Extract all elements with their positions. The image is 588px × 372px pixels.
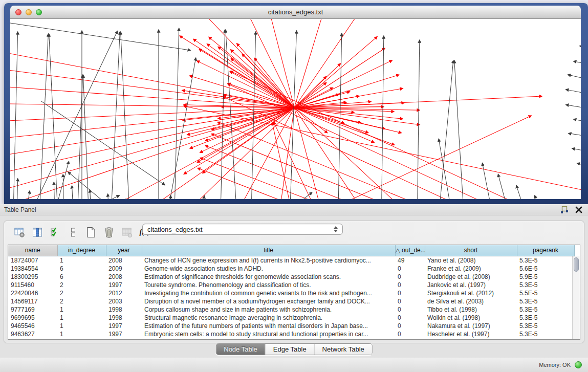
delete-table-icon[interactable] [121,226,133,238]
graph-edge[interactable] [211,134,461,199]
graph-edge[interactable] [516,185,532,199]
graph-edge[interactable] [577,163,581,169]
graph-edge[interactable] [231,50,294,108]
window-title: citations_edges.txt [10,8,581,16]
row-checkboxes-icon[interactable] [67,226,79,238]
graph-edge[interactable] [294,37,377,108]
table-row[interactable]: 1456911722003Disruption of a novel membe… [8,297,574,305]
graph-edge[interactable] [566,105,581,111]
graph-edge[interactable] [83,75,90,199]
graph-edge[interactable] [574,119,581,124]
tab-node-table[interactable]: Node Table [216,344,266,355]
column-header-in_degree[interactable]: in_degree [57,245,106,256]
graph-edge[interactable] [10,107,294,175]
graph-edge[interactable] [54,182,55,199]
graph-edge[interactable] [272,122,297,199]
table-row[interactable]: 2242004622012Investigating the contribut… [8,289,574,297]
graph-edge[interactable] [498,174,514,199]
graph-edge[interactable] [230,71,581,199]
column-header-pagerank[interactable]: pagerank [517,245,574,256]
graph-edge[interactable] [10,103,294,107]
table-row[interactable]: 911546021997Tourette syndrome. Phenomeno… [8,281,574,289]
zoom-window-icon[interactable] [36,9,42,15]
table-row[interactable]: 946362711997Embryonic stem cells: a mode… [8,330,574,338]
graph-edge[interactable] [251,32,256,199]
window-titlebar[interactable]: citations_edges.txt [10,6,581,19]
graph-edge[interactable] [294,82,326,107]
new-file-icon[interactable] [85,226,97,238]
column-header-short[interactable]: short [425,245,517,256]
graph-edge[interactable] [13,32,18,199]
graph-edge[interactable] [572,148,581,154]
graph-edge[interactable] [417,40,420,199]
column-header-title[interactable]: title [142,245,395,256]
graph-edge[interactable] [294,107,328,199]
graph-edge[interactable] [237,43,294,108]
graph-edge[interactable] [197,61,294,108]
minimize-window-icon[interactable] [26,9,32,15]
table-panel-title: Table Panel [0,206,36,213]
graph-edge[interactable] [535,195,550,199]
column-header-year[interactable]: year [106,245,142,256]
table-row[interactable]: 969969511998Structural magnetic resonanc… [8,314,574,322]
network-canvas[interactable] [10,19,581,199]
graph-edge[interactable] [580,46,581,50]
table-row[interactable]: 1938455462009Genome-wide association stu… [8,265,574,273]
graph-edge[interactable] [38,34,48,199]
graph-edge[interactable] [41,195,119,199]
tab-network-table[interactable]: Network Table [315,344,372,355]
table-scrollbar-thumb[interactable] [574,257,579,272]
select-columns-icon[interactable] [31,226,43,238]
graph-edge[interactable] [205,145,430,199]
tab-edge-table[interactable]: Edge Table [266,344,315,355]
select-all-icon[interactable] [49,226,61,238]
graph-edge[interactable] [68,172,143,199]
status-bar: Memory: OK [0,358,588,372]
graph-edge[interactable] [10,23,190,50]
table-row[interactable]: 977716911998Corpus callosum shape and si… [8,305,574,314]
graph-edge[interactable] [209,37,294,107]
graph-edge[interactable] [23,191,30,199]
graph-edge[interactable] [113,107,294,199]
graph-edge[interactable] [483,163,496,199]
graph-edge[interactable] [63,174,64,199]
graph-edge[interactable] [294,19,368,107]
graph-edge[interactable] [72,186,74,199]
graph-edge[interactable] [217,122,491,199]
delete-icon[interactable] [103,226,115,238]
graph-edge[interactable] [381,36,384,199]
graph-edge[interactable] [20,31,117,199]
column-header-out_de[interactable]: △ out_de... [395,245,425,256]
graph-edge[interactable] [241,19,294,107]
graph-edge[interactable] [294,107,379,199]
memory-status-icon[interactable] [575,361,582,368]
close-window-icon[interactable] [15,9,21,15]
network-select-dropdown[interactable]: citations_edges.txt [142,224,343,235]
graph-edge[interactable] [276,116,531,199]
graph-edge[interactable] [231,58,294,107]
float-panel-icon[interactable] [560,206,569,214]
graph-edge[interactable] [574,61,581,67]
graph-edge[interactable] [110,32,120,199]
graph-edge[interactable] [274,122,328,199]
column-header-name[interactable]: name [8,245,57,256]
graph-edge[interactable] [454,60,465,199]
table-scrollbar[interactable] [572,256,580,339]
graph-edge[interactable] [294,96,542,107]
graph-edge[interactable] [16,179,18,199]
close-panel-icon[interactable] [575,206,583,214]
graph-edge[interactable] [569,134,581,138]
table-settings-icon[interactable] [13,226,26,238]
graph-edge[interactable] [294,48,385,107]
table-row[interactable]: 946554611997Estimation of the future num… [8,322,574,330]
window-controls [15,9,42,15]
graph-edge[interactable] [108,194,110,199]
table-row[interactable]: 1830029562008Estimation of significance … [8,273,574,281]
table-row[interactable]: 1872400712008Changes of HCN gene express… [8,256,574,265]
graph-edge[interactable] [294,107,395,145]
graph-edge[interactable] [294,60,392,108]
graph-edge[interactable] [49,161,69,199]
graph-edge[interactable] [41,101,165,185]
graph-edge[interactable] [568,75,581,81]
graph-edge[interactable] [566,90,581,96]
